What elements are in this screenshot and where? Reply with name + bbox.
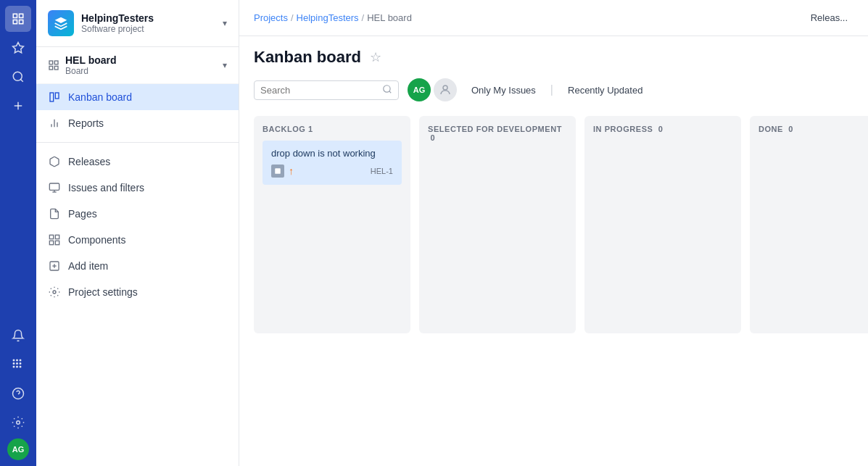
- kanban-board: BACKLOG 1 drop down is not working ↑ HEL…: [254, 116, 868, 333]
- reports-icon: [48, 117, 61, 130]
- svg-point-20: [17, 421, 20, 425]
- nav-components[interactable]: Components: [36, 227, 239, 253]
- unassigned-filter-avatar[interactable]: [434, 78, 457, 101]
- project-settings-label: Project settings: [68, 286, 138, 298]
- board-icon: [48, 59, 59, 71]
- add-item-icon: [48, 259, 61, 272]
- recently-updated-button[interactable]: Recently Updated: [562, 82, 648, 99]
- priority-icon: ↑: [289, 165, 294, 177]
- release-button[interactable]: Releas...: [805, 9, 853, 26]
- svg-point-11: [20, 359, 21, 361]
- svg-rect-21: [49, 61, 53, 65]
- nav-reports[interactable]: Reports: [36, 110, 239, 136]
- project-header[interactable]: HelpingTesters Software project ▾: [36, 0, 239, 47]
- issue-card-hel-1[interactable]: drop down is not working ↑ HEL-1: [263, 141, 402, 185]
- nav-releases[interactable]: Releases: [36, 149, 239, 175]
- topbar: Projects / HelpingTesters / HEL board Re…: [239, 0, 868, 36]
- kanban-col-selected: SELECTED FOR DEVELOPMENT 0: [419, 116, 576, 333]
- issue-meta: ↑ HEL-1: [271, 165, 393, 178]
- svg-rect-22: [54, 61, 58, 65]
- nav-add-item[interactable]: Add item: [36, 253, 239, 279]
- svg-rect-0: [13, 14, 17, 17]
- svg-point-15: [13, 366, 15, 367]
- nav-pages[interactable]: Pages: [36, 201, 239, 227]
- nav-plus-icon[interactable]: [5, 93, 31, 119]
- svg-point-10: [17, 359, 18, 361]
- project-settings-icon: [48, 286, 61, 299]
- board-chevron-icon[interactable]: ▾: [223, 60, 227, 70]
- svg-rect-3: [20, 20, 23, 24]
- only-my-issues-button[interactable]: Only My Issues: [466, 82, 542, 99]
- svg-rect-35: [49, 241, 53, 244]
- project-name: HelpingTesters: [81, 12, 215, 24]
- svg-rect-2: [13, 20, 17, 24]
- components-icon: [48, 233, 61, 246]
- board-sublabel: Board: [65, 66, 217, 76]
- svg-rect-24: [54, 66, 58, 70]
- board-name: HEL board Board: [65, 54, 217, 76]
- nav-star-icon[interactable]: [5, 35, 31, 61]
- kanban-icon: [48, 91, 61, 104]
- svg-line-42: [389, 91, 392, 93]
- add-item-label: Add item: [68, 260, 108, 272]
- components-label: Components: [68, 234, 125, 246]
- nav-home-icon[interactable]: [5, 6, 31, 32]
- project-icon: [48, 10, 74, 36]
- svg-marker-4: [13, 43, 24, 53]
- nav-project-settings[interactable]: Project settings: [36, 279, 239, 305]
- user-avatar[interactable]: AG: [7, 438, 29, 460]
- project-chevron-icon[interactable]: ▾: [223, 18, 227, 28]
- breadcrumb-projects[interactable]: Projects: [254, 12, 288, 23]
- nav-grid-icon[interactable]: [5, 351, 31, 378]
- svg-point-14: [20, 363, 21, 365]
- board-filters: AG Only My Issues | Recently Updated: [254, 78, 853, 101]
- col-header-selected: SELECTED FOR DEVELOPMENT 0: [428, 125, 567, 142]
- topbar-right: Releas...: [805, 9, 853, 26]
- svg-rect-33: [49, 235, 53, 238]
- svg-rect-30: [49, 183, 59, 190]
- nav-kanban-board[interactable]: Kanban board: [36, 84, 239, 110]
- svg-point-17: [20, 366, 21, 367]
- user-filter-avatar[interactable]: AG: [408, 78, 431, 101]
- col-header-inprogress: IN PROGRESS 0: [593, 125, 732, 133]
- search-icon: [382, 84, 392, 96]
- kanban-col-done: DONE 0: [750, 116, 868, 333]
- nav-search-icon[interactable]: [5, 64, 31, 90]
- board-star-icon[interactable]: ☆: [370, 49, 381, 65]
- svg-point-5: [13, 72, 22, 80]
- svg-rect-23: [49, 66, 53, 70]
- svg-rect-26: [55, 93, 59, 99]
- nav-issues-filters[interactable]: Issues and filters: [36, 175, 239, 201]
- svg-point-41: [384, 85, 390, 91]
- nav-settings-icon[interactable]: [5, 409, 31, 436]
- search-box[interactable]: [254, 80, 399, 100]
- pages-icon: [48, 207, 61, 220]
- kanban-col-backlog: BACKLOG 1 drop down is not working ↑ HEL…: [254, 116, 410, 333]
- board-title-row: Kanban board ☆: [254, 48, 853, 67]
- kanban-col-inprogress: IN PROGRESS 0: [584, 116, 741, 333]
- svg-rect-36: [55, 241, 59, 244]
- main-content: Projects / HelpingTesters / HEL board Re…: [239, 0, 868, 466]
- col-header-backlog: BACKLOG 1: [263, 125, 402, 133]
- board-title: Kanban board: [254, 48, 361, 67]
- releases-icon: [48, 155, 61, 168]
- nav-bell-icon[interactable]: [5, 323, 31, 349]
- svg-rect-25: [50, 93, 54, 101]
- svg-point-40: [53, 291, 56, 294]
- issue-id: HEL-1: [371, 167, 393, 175]
- svg-line-6: [20, 79, 22, 81]
- board-area: Kanban board ☆ AG Only My Issues | Recen…: [239, 36, 868, 466]
- project-info: HelpingTesters Software project: [81, 12, 215, 34]
- issues-label: Issues and filters: [68, 182, 144, 194]
- breadcrumb: Projects / HelpingTesters / HEL board: [254, 12, 412, 23]
- breadcrumb-helpingtesters[interactable]: HelpingTesters: [297, 12, 359, 23]
- nav-help-icon[interactable]: [5, 380, 31, 407]
- icon-rail: AG: [0, 0, 36, 466]
- issue-type-icon: [271, 165, 284, 178]
- sidebar-divider: [36, 142, 239, 143]
- search-input[interactable]: [260, 85, 378, 96]
- board-header[interactable]: HEL board Board ▾: [36, 47, 239, 84]
- breadcrumb-hel-board: HEL board: [367, 12, 412, 23]
- svg-point-43: [443, 86, 447, 90]
- svg-point-12: [13, 363, 15, 365]
